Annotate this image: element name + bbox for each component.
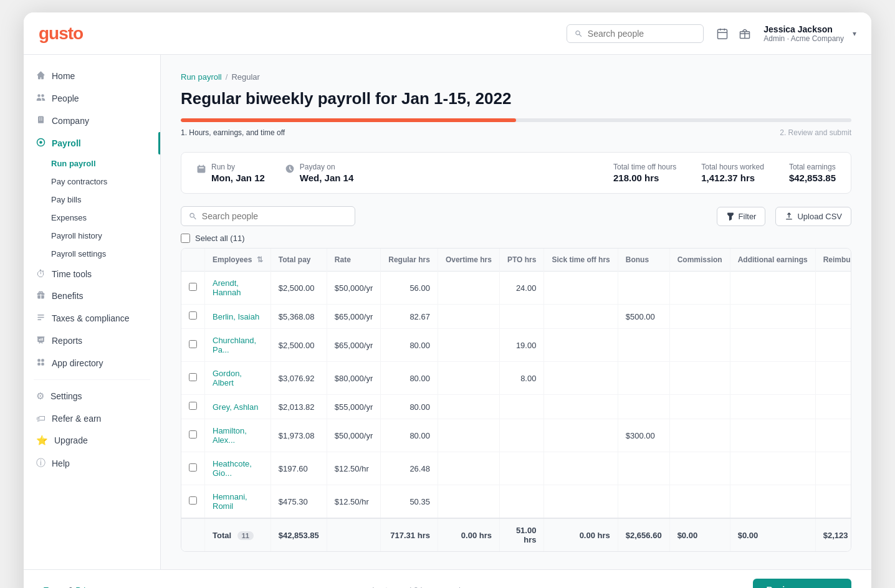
row-checkbox-4[interactable] xyxy=(189,402,197,410)
sidebar-item-app-directory[interactable]: App directory xyxy=(24,352,160,374)
row-employee-name-5: Hamilton, Alex... xyxy=(205,419,271,452)
row-total-pay-1: $5,368.08 xyxy=(270,305,327,329)
footer-saved-text: Last saved 3 hours ago by you xyxy=(372,586,482,589)
col-regular-hrs: Regular hrs xyxy=(381,249,438,272)
table-search-box[interactable] xyxy=(181,206,355,226)
breadcrumb-parent[interactable]: Run payroll xyxy=(181,72,222,82)
employee-link-4[interactable]: Grey, Ashlan xyxy=(213,402,258,412)
progress-labels: 1. Hours, earnings, and time off 2. Revi… xyxy=(181,128,851,137)
top-nav: gusto Jessica Jackson Admin · Acme C xyxy=(24,12,871,55)
col-checkbox xyxy=(181,249,205,272)
select-all-checkbox[interactable] xyxy=(181,234,190,243)
terms-link[interactable]: Terms xyxy=(44,586,65,589)
employee-link-3[interactable]: Gordon, Albert xyxy=(213,369,242,387)
row-overtime-hrs-7 xyxy=(438,485,499,519)
sidebar-sub-expenses[interactable]: Expenses xyxy=(51,209,160,227)
sidebar-item-people[interactable]: People xyxy=(24,87,160,110)
row-bonus-1: $500.00 xyxy=(618,305,669,329)
row-checkbox-cell-7 xyxy=(181,485,205,519)
row-checkbox-7[interactable] xyxy=(189,496,197,505)
sidebar-item-reports[interactable]: Reports xyxy=(24,330,160,352)
row-checkbox-5[interactable] xyxy=(189,430,197,439)
user-name: Jessica Jackson xyxy=(763,24,844,34)
gift-icon-button[interactable] xyxy=(739,27,751,40)
sidebar-item-help[interactable]: ⓘ Help xyxy=(24,452,160,475)
sidebar-item-time-tools[interactable]: ⏱ Time tools xyxy=(24,263,160,285)
row-commission-1 xyxy=(669,305,730,329)
benefits-icon xyxy=(36,290,45,301)
sidebar-sub-payroll-history[interactable]: Payroll history xyxy=(51,227,160,245)
table-row: Grey, Ashlan $2,013.82 $55,000/yr 80.00 xyxy=(181,395,851,419)
sidebar-item-taxes[interactable]: Taxes & compliance xyxy=(24,307,160,330)
sidebar-item-home[interactable]: Home xyxy=(24,65,160,87)
sidebar-label-payroll: Payroll xyxy=(52,138,81,148)
sidebar-sub-run-payroll[interactable]: Run payroll xyxy=(51,154,160,173)
footer-bonus: $2,656.60 xyxy=(618,518,669,551)
sidebar-item-payroll[interactable]: Payroll xyxy=(24,132,160,154)
row-add-earnings-4 xyxy=(730,395,815,419)
progress-fill xyxy=(181,118,516,122)
employee-link-2[interactable]: Churchland, Pa... xyxy=(213,336,256,354)
user-menu[interactable]: Jessica Jackson Admin · Acme Company ▾ xyxy=(763,24,856,43)
row-employee-name-1: Berlin, Isaiah xyxy=(205,305,271,329)
row-checkbox-3[interactable] xyxy=(189,373,197,381)
footer-links: Terms & Privacy xyxy=(44,586,102,589)
progress-step2: 2. Review and submit xyxy=(780,128,851,137)
row-pto-hrs-7 xyxy=(499,485,543,519)
row-checkbox-cell-4 xyxy=(181,395,205,419)
row-employee-name-0: Arendt, Hannah xyxy=(205,272,271,305)
sidebar: Home People Company xyxy=(24,55,161,569)
footer-sick-hrs: 0.00 hrs xyxy=(544,518,618,551)
sidebar-item-company[interactable]: Company xyxy=(24,110,160,132)
row-reimburse-2 xyxy=(815,329,851,362)
sidebar-item-benefits[interactable]: Benefits xyxy=(24,285,160,307)
company-icon xyxy=(36,115,45,126)
sidebar-sub-payroll-settings[interactable]: Payroll settings xyxy=(51,245,160,263)
row-reimburse-0 xyxy=(815,272,851,305)
employee-link-6[interactable]: Heathcote, Gio... xyxy=(213,459,252,478)
row-checkbox-2[interactable] xyxy=(189,340,197,348)
upload-csv-label: Upload CSV xyxy=(797,212,842,221)
time-tools-icon: ⏱ xyxy=(36,268,45,279)
upgrade-icon: ⭐ xyxy=(36,435,48,446)
calendar-icon-button[interactable] xyxy=(716,27,729,40)
row-checkbox-0[interactable] xyxy=(189,283,197,291)
table-wrapper: Employees ⇅ Total pay Rate Regular hrs O… xyxy=(181,248,851,552)
col-employees[interactable]: Employees ⇅ xyxy=(205,249,271,272)
search-box[interactable] xyxy=(567,24,704,43)
sidebar-item-refer-earn[interactable]: 🏷 Refer & earn xyxy=(24,407,160,429)
employee-link-0[interactable]: Arendt, Hannah xyxy=(213,278,241,297)
payday-item: Payday on Wed, Jan 14 xyxy=(300,163,353,183)
search-people-input[interactable] xyxy=(588,29,696,39)
breadcrumb-separator: / xyxy=(226,72,228,82)
row-checkbox-6[interactable] xyxy=(189,463,197,472)
user-role: Admin · Acme Company xyxy=(763,34,844,43)
row-employee-name-6: Heathcote, Gio... xyxy=(205,452,271,485)
row-bonus-7 xyxy=(618,485,669,519)
employee-link-7[interactable]: Hemnani, Romil xyxy=(213,492,247,511)
sidebar-item-upgrade[interactable]: ⭐ Upgrade xyxy=(24,429,160,452)
row-sick-hrs-6 xyxy=(544,452,618,485)
sidebar-sub-pay-bills[interactable]: Pay bills xyxy=(51,191,160,209)
sidebar-label-home: Home xyxy=(52,71,75,81)
row-total-pay-4: $2,013.82 xyxy=(270,395,327,419)
row-rate-3: $80,000/yr xyxy=(327,362,380,395)
reports-icon xyxy=(36,335,45,346)
employee-link-5[interactable]: Hamilton, Alex... xyxy=(213,426,247,445)
filter-icon xyxy=(726,212,735,220)
table-row: Churchland, Pa... $2,500.00 $65,000/yr 8… xyxy=(181,329,851,362)
col-overtime-hrs: Overtime hrs xyxy=(438,249,499,272)
col-rate: Rate xyxy=(327,249,380,272)
footer-add-earnings: $0.00 xyxy=(730,518,815,551)
sidebar-item-settings[interactable]: ⚙ Settings xyxy=(24,385,160,407)
privacy-link[interactable]: Privacy xyxy=(75,586,102,589)
filter-button[interactable]: Filter xyxy=(717,207,766,226)
row-checkbox-1[interactable] xyxy=(189,311,197,320)
review-summary-button[interactable]: Review summary xyxy=(753,579,851,588)
table-search-input[interactable] xyxy=(202,211,347,221)
footer-and: & xyxy=(68,586,74,589)
upload-csv-button[interactable]: Upload CSV xyxy=(775,207,851,226)
employee-link-1[interactable]: Berlin, Isaiah xyxy=(213,312,259,321)
sidebar-sub-pay-contractors[interactable]: Pay contractors xyxy=(51,173,160,191)
row-commission-6 xyxy=(669,452,730,485)
